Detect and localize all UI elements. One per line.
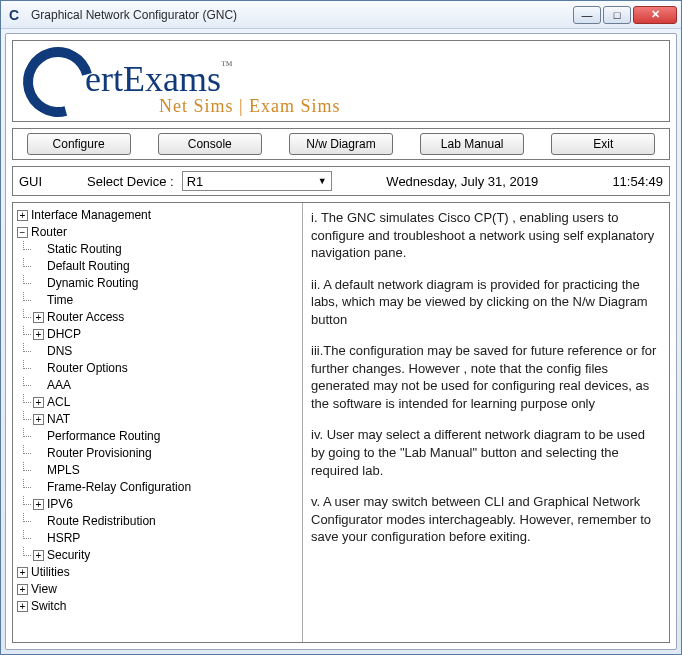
console-button[interactable]: Console <box>158 133 262 155</box>
tree-item-performance-routing[interactable]: Performance Routing <box>33 428 300 445</box>
date-label: Wednesday, July 31, 2019 <box>340 174 585 189</box>
collapse-icon[interactable]: − <box>17 227 28 238</box>
expand-icon[interactable]: + <box>33 550 44 561</box>
tree-item-router-access[interactable]: +Router Access <box>33 309 300 326</box>
window-controls: — □ ✕ <box>573 6 677 24</box>
device-select-value: R1 <box>187 174 204 189</box>
tree-item-interface-management[interactable]: +Interface Management <box>17 207 300 224</box>
info-bar: GUI Select Device : R1 ▼ Wednesday, July… <box>12 166 670 196</box>
expand-icon[interactable]: + <box>33 397 44 408</box>
tree-item-router-options[interactable]: Router Options <box>33 360 300 377</box>
expand-icon[interactable]: + <box>17 584 28 595</box>
expand-icon[interactable]: + <box>33 329 44 340</box>
tree-item-hsrp[interactable]: HSRP <box>33 530 300 547</box>
content-row: +Interface Management −Router Static Rou… <box>12 202 670 643</box>
tree-item-dynamic-routing[interactable]: Dynamic Routing <box>33 275 300 292</box>
info-paragraph: iv. User may select a different network … <box>311 426 661 479</box>
tree-item-route-redistribution[interactable]: Route Redistribution <box>33 513 300 530</box>
info-paragraph: ii. A default network diagram is provide… <box>311 276 661 329</box>
expand-icon[interactable]: + <box>17 567 28 578</box>
info-text-pane[interactable]: i. The GNC simulates Cisco CP(T) , enabl… <box>303 203 669 642</box>
expand-icon[interactable]: + <box>33 414 44 425</box>
select-device-label: Select Device : <box>87 174 174 189</box>
tree-item-acl[interactable]: +ACL <box>33 394 300 411</box>
close-button[interactable]: ✕ <box>633 6 677 24</box>
logo-panel: ertExams™ Net Sims | Exam Sims <box>12 40 670 122</box>
nav-tree[interactable]: +Interface Management −Router Static Rou… <box>13 203 303 642</box>
titlebar: C Graphical Network Configurator (GNC) —… <box>1 1 681 29</box>
expand-icon[interactable]: + <box>17 601 28 612</box>
tree-item-router-provisioning[interactable]: Router Provisioning <box>33 445 300 462</box>
expand-icon[interactable]: + <box>33 312 44 323</box>
tree-item-view[interactable]: +View <box>17 581 300 598</box>
device-select[interactable]: R1 ▼ <box>182 171 332 191</box>
app-icon: C <box>9 7 25 23</box>
nw-diagram-button[interactable]: N/w Diagram <box>289 133 393 155</box>
logo-text: ertExams™ <box>85 59 233 99</box>
tree-item-mpls[interactable]: MPLS <box>33 462 300 479</box>
tree-item-time[interactable]: Time <box>33 292 300 309</box>
logo-c-icon <box>23 47 93 117</box>
tree-item-dhcp[interactable]: +DHCP <box>33 326 300 343</box>
chevron-down-icon: ▼ <box>318 176 327 186</box>
window-title: Graphical Network Configurator (GNC) <box>31 8 573 22</box>
exit-button[interactable]: Exit <box>551 133 655 155</box>
tree-item-default-routing[interactable]: Default Routing <box>33 258 300 275</box>
minimize-button[interactable]: — <box>573 6 601 24</box>
app-window: C Graphical Network Configurator (GNC) —… <box>0 0 682 655</box>
tree-item-router[interactable]: −Router Static Routing Default Routing D… <box>17 224 300 564</box>
logo-subtitle: Net Sims | Exam Sims <box>159 96 341 117</box>
maximize-button[interactable]: □ <box>603 6 631 24</box>
lab-manual-button[interactable]: Lab Manual <box>420 133 524 155</box>
tree-item-security[interactable]: +Security <box>33 547 300 564</box>
time-label: 11:54:49 <box>593 174 663 189</box>
client-area: ertExams™ Net Sims | Exam Sims Configure… <box>5 33 677 650</box>
configure-button[interactable]: Configure <box>27 133 131 155</box>
expand-icon[interactable]: + <box>33 499 44 510</box>
expand-icon[interactable]: + <box>17 210 28 221</box>
gui-label: GUI <box>19 174 79 189</box>
tree-item-ipv6[interactable]: +IPV6 <box>33 496 300 513</box>
main-button-row: Configure Console N/w Diagram Lab Manual… <box>12 128 670 160</box>
tree-item-static-routing[interactable]: Static Routing <box>33 241 300 258</box>
tree-item-nat[interactable]: +NAT <box>33 411 300 428</box>
tree-item-switch[interactable]: +Switch <box>17 598 300 615</box>
tree-item-aaa[interactable]: AAA <box>33 377 300 394</box>
tree-item-frame-relay[interactable]: Frame-Relay Configuration <box>33 479 300 496</box>
tree-item-dns[interactable]: DNS <box>33 343 300 360</box>
info-paragraph: iii.The configuration may be saved for f… <box>311 342 661 412</box>
info-paragraph: v. A user may switch between CLI and Gra… <box>311 493 661 546</box>
tree-item-utilities[interactable]: +Utilities <box>17 564 300 581</box>
info-paragraph: i. The GNC simulates Cisco CP(T) , enabl… <box>311 209 661 262</box>
